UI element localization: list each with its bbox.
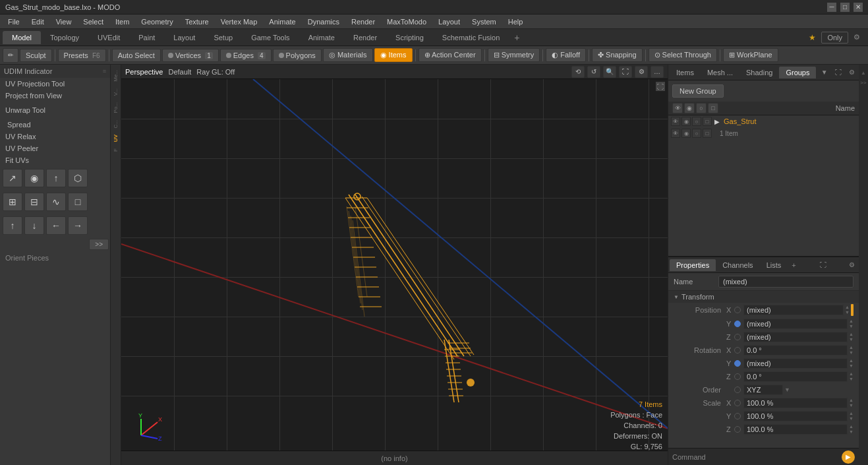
scale-x-down-arrow[interactable]: ▼ [849,403,854,408]
sidebar-icon-square[interactable]: □ [68,193,88,211]
menu-texture[interactable]: Texture [180,16,214,27]
group-box-icon[interactable]: □ [703,117,712,126]
group-lock-icon-2[interactable]: ◉ [681,129,691,138]
rotation-y-radio[interactable] [734,360,741,367]
sculpt-button[interactable]: Sculpt [20,49,52,62]
groups-eye-icon[interactable]: 👁 [672,103,683,113]
right-tab-chevron[interactable]: ▼ [819,67,830,77]
strip-label-v[interactable]: V... [113,86,119,98]
strip-label-po[interactable]: Po... [113,100,119,115]
strip-label-f[interactable]: F [113,146,119,154]
scale-x-up-arrow[interactable]: ▲ [849,398,854,403]
materials-button[interactable]: ◎ Materials [323,48,373,62]
rotation-x-value[interactable]: 0.0 ° [743,345,848,356]
position-x-up-arrow[interactable]: ▲ [845,305,850,310]
scale-x-radio[interactable] [734,400,741,406]
menu-layout[interactable]: Layout [433,16,465,27]
sidebar-icon-arrow-left[interactable]: ← [46,216,66,235]
props-expand-icon[interactable]: ⛶ [817,260,829,270]
menu-dynamics[interactable]: Dynamics [303,16,345,27]
rotation-y-value[interactable]: (mixed) [743,358,848,369]
group-eye-icon[interactable]: 👁 [671,117,680,126]
tab-setup[interactable]: Setup [204,31,242,44]
position-y-down-arrow[interactable]: ▼ [849,324,854,329]
sidebar-tool-unwrap[interactable]: Unwrap Tool [0,104,110,116]
scale-y-down-arrow[interactable]: ▼ [849,416,854,421]
sidebar-tool-uv-projection[interactable]: UV Projection Tool [0,78,110,90]
order-value[interactable]: XYZ [743,385,783,395]
menu-vertex-map[interactable]: Vertex Map [216,16,263,27]
minimize-button[interactable]: ─ [827,3,836,12]
viewport-icon-refresh[interactable]: ↺ [587,66,600,78]
position-x-value[interactable]: (mixed) [743,305,844,315]
menu-file[interactable]: File [3,16,25,27]
groups-box-icon[interactable]: □ [708,103,718,113]
order-radio[interactable] [734,387,741,393]
tab-animate[interactable]: Animate [299,31,344,44]
group-expand-icon[interactable]: ▶ [714,118,720,125]
right-strip-expand[interactable]: >> [859,78,867,87]
menu-geometry[interactable]: Geometry [136,16,178,27]
action-center-button[interactable]: ⊕ Action Center [419,48,482,62]
position-x-radio[interactable] [734,307,741,313]
order-dropdown-icon[interactable]: ▼ [784,387,790,393]
group-item-name[interactable]: Gas_Strut [724,117,757,125]
menu-item[interactable]: Item [110,16,134,27]
sidebar-tool-uv-relax[interactable]: UV Relax [0,131,110,142]
group-lock-icon[interactable]: ◉ [681,117,691,126]
sidebar-more-button[interactable]: >> [89,239,109,250]
viewport-icon-rotate[interactable]: ⟲ [571,66,585,78]
menu-select[interactable]: Select [78,16,109,27]
scale-y-up-arrow[interactable]: ▲ [849,411,854,416]
right-panel-settings[interactable]: ⚙ [846,67,857,77]
layout-settings-icon[interactable]: ⚙ [848,30,865,44]
rotation-x-down-arrow[interactable]: ▼ [849,350,854,356]
group-circle-icon-2[interactable]: ○ [692,129,701,138]
position-y-value[interactable]: (mixed) [743,319,848,329]
right-panel-expand[interactable]: ⛶ [832,67,844,77]
sidebar-tool-uv-peeler[interactable]: UV Peeler [0,142,110,154]
viewport-icon-settings[interactable]: ⚙ [635,66,648,78]
position-z-down-arrow[interactable]: ▼ [849,337,854,342]
menu-view[interactable]: View [51,16,77,27]
position-y-radio[interactable] [734,321,741,327]
workplane-button[interactable]: ⊞ WorkPlane [723,48,778,62]
group-item-row-1[interactable]: 👁 ◉ ○ □ ▶ Gas_Strut [668,115,859,127]
command-run-button[interactable]: ▶ [842,450,855,464]
edges-button[interactable]: Edges 4 [220,49,272,62]
menu-help[interactable]: Help [503,16,529,27]
symmetry-button[interactable]: ⊟ Symmetry [488,48,540,62]
tab-paint[interactable]: Paint [129,31,164,44]
close-button[interactable]: ✕ [854,3,863,12]
rotation-z-value[interactable]: 0.0 ° [743,371,848,382]
position-z-radio[interactable] [734,334,741,340]
rotation-y-down-arrow[interactable]: ▼ [849,363,854,369]
scale-z-value[interactable]: 100.0 % [743,424,848,435]
position-y-up-arrow[interactable]: ▲ [849,319,854,324]
groups-lock-icon[interactable]: ◉ [684,103,695,113]
props-settings-icon[interactable]: ⚙ [846,260,857,270]
menu-maxtomodo[interactable]: MaxToModo [382,16,432,27]
strip-label-uv[interactable]: UV [113,132,119,144]
tab-uvedit[interactable]: UVEdit [88,31,129,44]
star-icon[interactable]: ★ [803,30,821,45]
props-transform-section[interactable]: ▼ Transform [668,291,859,303]
rotation-x-up-arrow[interactable]: ▲ [849,345,854,350]
viewport-icon-search[interactable]: 🔍 [603,66,616,78]
props-tab-channels[interactable]: Channels [716,259,759,271]
scale-z-radio[interactable] [734,426,741,433]
props-tab-plus[interactable]: + [788,259,799,271]
tab-game-tools[interactable]: Game Tools [242,31,299,44]
tab-topology[interactable]: Topology [41,31,88,44]
sidebar-collapse-icon[interactable]: ≡ [103,68,106,75]
group-circle-icon[interactable]: ○ [692,117,701,126]
tab-layout[interactable]: Layout [164,31,204,44]
scale-z-down-arrow[interactable]: ▼ [849,429,854,435]
props-tab-properties[interactable]: Properties [670,259,716,271]
sidebar-tool-project-view[interactable]: Project from View [0,90,110,102]
viewport[interactable]: Perspective Default Ray GL: Off ⟲ ↺ 🔍 ⛶ … [121,65,668,465]
scale-z-up-arrow[interactable]: ▲ [849,424,854,429]
group-eye-icon-2[interactable]: 👁 [671,129,680,138]
sculpt-icon-btn[interactable]: ✏ [3,48,18,63]
sidebar-icon-grid[interactable]: ⊞ [3,193,22,211]
